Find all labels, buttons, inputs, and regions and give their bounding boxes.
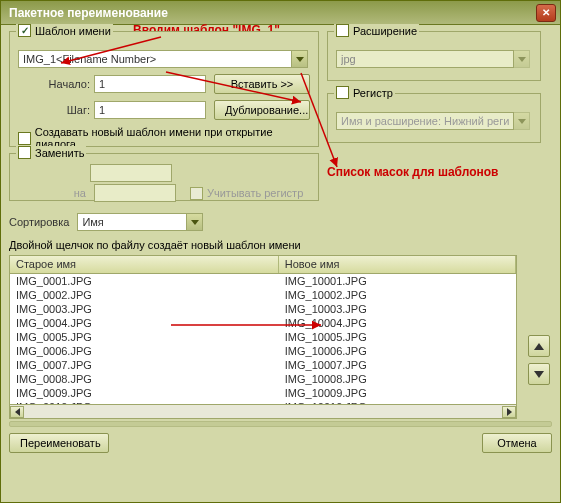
replace-from-input [90, 164, 172, 182]
unchecked-icon [18, 146, 31, 159]
table-row[interactable]: IMG_0007.JPGIMG_10007.JPG [10, 358, 516, 372]
table-row[interactable]: IMG_0008.JPGIMG_10008.JPG [10, 372, 516, 386]
cell-new: IMG_10003.JPG [279, 302, 516, 316]
template-dropdown-button[interactable] [292, 50, 308, 68]
titlebar[interactable]: Пакетное переименование ✕ [1, 1, 560, 25]
cell-old: IMG_0005.JPG [10, 330, 279, 344]
extension-group: Расширение [327, 31, 541, 81]
replace-checkbox[interactable]: Заменить [16, 146, 86, 159]
table-row[interactable]: IMG_0001.JPGIMG_10001.JPG [10, 274, 516, 288]
col-old[interactable]: Старое имя [10, 256, 279, 273]
start-input[interactable] [94, 75, 206, 93]
step-input[interactable] [94, 101, 206, 119]
table-row[interactable]: IMG_0009.JPGIMG_10009.JPG [10, 386, 516, 400]
col-new[interactable]: Новое имя [279, 256, 516, 273]
table-header: Старое имя Новое имя [10, 256, 516, 274]
chevron-down-icon [518, 119, 526, 124]
cell-old: IMG_0006.JPG [10, 344, 279, 358]
replace-group: Заменить на Учитывать регистр [9, 153, 319, 201]
check-icon: ✓ [18, 24, 31, 37]
start-label: Начало: [18, 78, 90, 90]
cell-new: IMG_10004.JPG [279, 316, 516, 330]
chevron-down-icon [296, 57, 304, 62]
arrow-down-icon [534, 371, 544, 378]
extension-checkbox[interactable]: Расширение [334, 24, 419, 37]
extension-label: Расширение [353, 25, 417, 37]
window-title: Пакетное переименование [5, 6, 536, 20]
move-up-button[interactable] [528, 335, 550, 357]
table-row[interactable]: IMG_0004.JPGIMG_10004.JPG [10, 316, 516, 330]
horizontal-scrollbar[interactable] [9, 405, 517, 419]
extension-input [336, 50, 514, 68]
unchecked-icon [336, 86, 349, 99]
extension-dropdown-button [514, 50, 530, 68]
table-row[interactable]: IMG_0010.JPGIMG_10010.JPG [10, 400, 516, 404]
move-down-button[interactable] [528, 363, 550, 385]
cancel-button[interactable]: Отмена [482, 433, 552, 453]
match-case-checkbox [190, 187, 203, 200]
insert-button[interactable]: Вставить >> [214, 74, 310, 94]
reorder-buttons [528, 335, 550, 385]
sort-dropdown-button[interactable] [187, 213, 203, 231]
arrow-left-icon [15, 408, 20, 416]
cell-old: IMG_0007.JPG [10, 358, 279, 372]
cell-old: IMG_0002.JPG [10, 288, 279, 302]
annotation-masks: Список масок для шаблонов [327, 165, 541, 179]
match-case-label: Учитывать регистр [207, 187, 303, 199]
cell-new: IMG_10006.JPG [279, 344, 516, 358]
table-row[interactable]: IMG_0005.JPGIMG_10005.JPG [10, 330, 516, 344]
case-checkbox[interactable]: Регистр [334, 86, 395, 99]
cell-old: IMG_0004.JPG [10, 316, 279, 330]
files-table[interactable]: Старое имя Новое имя IMG_0001.JPGIMG_100… [9, 255, 517, 405]
name-template-group: ✓ Шаблон имени Начало: Вставить >> [9, 31, 319, 147]
chevron-down-icon [191, 220, 199, 225]
splitter[interactable] [9, 421, 552, 427]
cell-old: IMG_0003.JPG [10, 302, 279, 316]
unchecked-icon [336, 24, 349, 37]
cell-old: IMG_0010.JPG [10, 400, 279, 404]
step-label: Шаг: [18, 104, 90, 116]
doubleclick-hint: Двойной щелчок по файлу создаёт новый ша… [9, 239, 301, 251]
chevron-down-icon [518, 57, 526, 62]
table-row[interactable]: IMG_0006.JPGIMG_10006.JPG [10, 344, 516, 358]
batch-rename-window: Пакетное переименование ✕ Вводим шаблон … [0, 0, 561, 503]
replace-to-input [94, 184, 176, 202]
template-input[interactable] [18, 50, 292, 68]
cell-new: IMG_10002.JPG [279, 288, 516, 302]
rename-button[interactable]: Переименовать [9, 433, 109, 453]
cell-old: IMG_0008.JPG [10, 372, 279, 386]
cell-new: IMG_10009.JPG [279, 386, 516, 400]
table-body[interactable]: IMG_0001.JPGIMG_10001.JPGIMG_0002.JPGIMG… [10, 274, 516, 404]
arrow-right-icon [507, 408, 512, 416]
cell-new: IMG_10007.JPG [279, 358, 516, 372]
arrow-up-icon [534, 343, 544, 350]
name-template-label: Шаблон имени [35, 25, 111, 37]
replace-to-label: на [18, 187, 86, 199]
sort-select[interactable] [77, 213, 187, 231]
cell-old: IMG_0009.JPG [10, 386, 279, 400]
close-button[interactable]: ✕ [536, 4, 556, 22]
case-label: Регистр [353, 87, 393, 99]
replace-label: Заменить [35, 147, 84, 159]
cell-new: IMG_10008.JPG [279, 372, 516, 386]
name-template-checkbox[interactable]: ✓ Шаблон имени [16, 24, 113, 37]
table-row[interactable]: IMG_0003.JPGIMG_10003.JPG [10, 302, 516, 316]
scroll-left-button[interactable] [10, 406, 24, 418]
sort-label: Сортировка [9, 216, 69, 228]
cell-new: IMG_10001.JPG [279, 274, 516, 288]
case-group: Регистр [327, 93, 541, 143]
case-dropdown-button [514, 112, 530, 130]
cell-new: IMG_10010.JPG [279, 400, 516, 404]
case-select [336, 112, 514, 130]
scroll-right-button[interactable] [502, 406, 516, 418]
table-row[interactable]: IMG_0002.JPGIMG_10002.JPG [10, 288, 516, 302]
cell-new: IMG_10005.JPG [279, 330, 516, 344]
content-area: Вводим шаблон "IMG_1" ✓ Шаблон имени Нач… [1, 25, 560, 502]
create-new-checkbox[interactable] [18, 132, 31, 145]
cell-old: IMG_0001.JPG [10, 274, 279, 288]
duplicate-button[interactable]: Дублирование... [214, 100, 310, 120]
